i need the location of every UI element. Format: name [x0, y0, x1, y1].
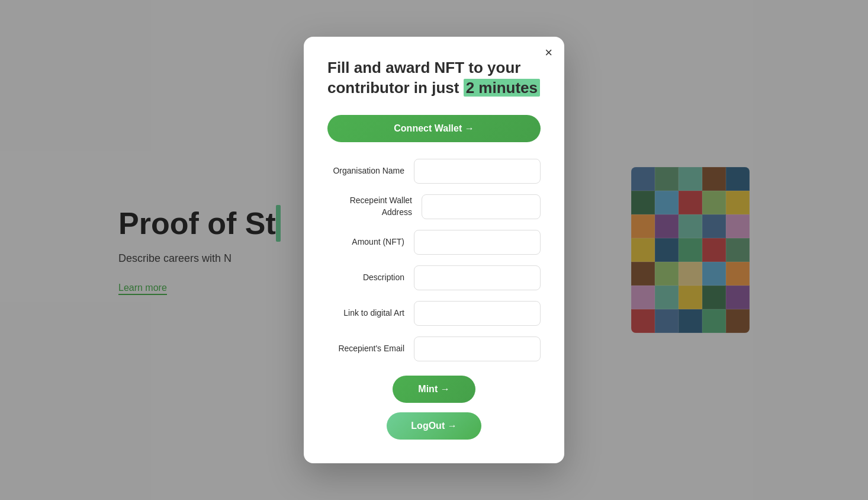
modal-overlay: × Fill and award NFT to your contributor… — [0, 0, 868, 500]
modal-container: × Fill and award NFT to your contributor… — [304, 37, 564, 463]
recepients-email-label: Recepient's Email — [327, 343, 404, 355]
recepeint-wallet-input[interactable] — [422, 194, 541, 219]
recepients-email-input[interactable] — [414, 336, 541, 361]
recepeint-wallet-row: Recepeint Wallet Address — [327, 194, 541, 219]
close-button[interactable]: × — [545, 46, 552, 59]
amount-label: Amount (NFT) — [327, 236, 404, 248]
modal-title: Fill and award NFT to your contributor i… — [327, 58, 541, 98]
nft-form: Organisation Name Recepeint Wallet Addre… — [327, 159, 541, 361]
link-digital-art-row: Link to digital Art — [327, 301, 541, 326]
recepeint-wallet-label: Recepeint Wallet Address — [327, 195, 412, 218]
link-digital-art-label: Link to digital Art — [327, 307, 404, 319]
description-row: Description — [327, 265, 541, 290]
description-input[interactable] — [414, 265, 541, 290]
recepients-email-row: Recepient's Email — [327, 336, 541, 361]
link-digital-art-input[interactable] — [414, 301, 541, 326]
organisation-name-row: Organisation Name — [327, 159, 541, 184]
amount-row: Amount (NFT) — [327, 230, 541, 255]
description-label: Description — [327, 272, 404, 284]
organisation-name-input[interactable] — [414, 159, 541, 184]
logout-button[interactable]: LogOut → — [387, 412, 481, 440]
amount-input[interactable] — [414, 230, 541, 255]
mint-button[interactable]: Mint → — [393, 376, 475, 403]
connect-wallet-button[interactable]: Connect Wallet → — [327, 115, 541, 142]
organisation-name-label: Organisation Name — [327, 165, 404, 177]
